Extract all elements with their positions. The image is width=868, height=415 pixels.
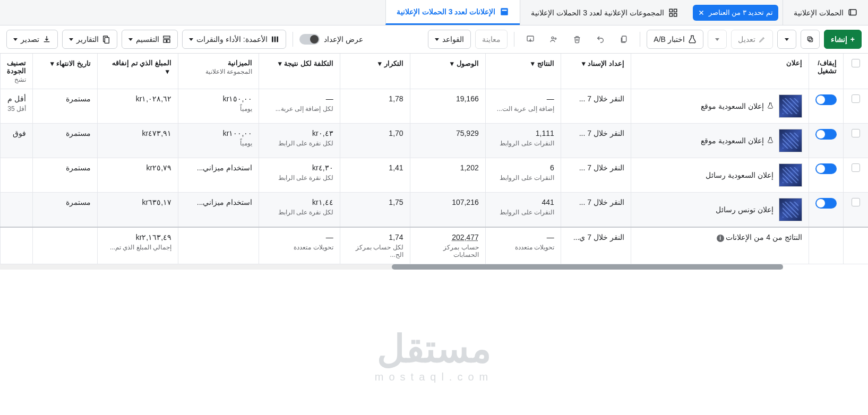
cell-results: 1,111النقرات على الروابط bbox=[485, 124, 561, 158]
view-setup-toggle[interactable] bbox=[299, 34, 320, 45]
table-row[interactable]: إعلان السعودية موقعالنقر خلال 7 ...—إضاف… bbox=[1, 89, 869, 124]
ad-cell: إعلان السعودية موقع bbox=[638, 94, 802, 118]
svg-rect-1 bbox=[669, 9, 672, 12]
footer-attribution: النقر خلال 7 ي... bbox=[561, 227, 631, 264]
create-menu-button[interactable] bbox=[777, 30, 796, 49]
select-all-checkbox[interactable] bbox=[852, 59, 860, 67]
header-label: النتائج bbox=[537, 59, 554, 67]
sort-icon[interactable]: ▾ bbox=[529, 59, 537, 67]
close-icon[interactable] bbox=[698, 10, 704, 16]
create-button[interactable]: + إنشاء bbox=[824, 30, 862, 49]
cell-frequency: 1,41 bbox=[340, 158, 410, 193]
sort-icon[interactable]: ▾ bbox=[163, 67, 171, 75]
status-toggle[interactable] bbox=[815, 129, 837, 140]
button-label: تصدير bbox=[21, 35, 39, 44]
svg-rect-13 bbox=[272, 37, 273, 42]
preview-button[interactable]: معاينة bbox=[475, 30, 508, 49]
header-spent[interactable]: المبلغ الذي تم إنفاقه▾ bbox=[97, 54, 178, 89]
ad-cell: إعلان تونس رسائل bbox=[638, 198, 802, 221]
footer-summary: النتائج من 4 من الإعلانات i bbox=[631, 227, 809, 264]
svg-rect-5 bbox=[501, 8, 509, 15]
sort-icon[interactable]: ▾ bbox=[48, 59, 56, 67]
header-end-date[interactable]: تاريخ الانتهاء▾ bbox=[32, 54, 97, 89]
header-quality[interactable]: تصنيف الجودةتشخ bbox=[1, 54, 33, 89]
table-row[interactable]: إعلان تونس رسائلالنقر خلال 7 ...441النقر… bbox=[1, 193, 869, 228]
sort-icon[interactable]: ▾ bbox=[276, 59, 284, 67]
table-row[interactable]: إعلان السعودية موقعالنقر خلال 7 ...1,111… bbox=[1, 124, 869, 158]
chevron-down-icon bbox=[189, 38, 193, 41]
sort-icon[interactable]: ▾ bbox=[376, 59, 384, 67]
header-results[interactable]: النتائج▾ bbox=[485, 54, 561, 89]
chevron-down-icon bbox=[69, 38, 73, 41]
columns-button[interactable]: الأعمدة: الأداء والنقرات bbox=[182, 30, 286, 49]
button-label: اختبار A/B bbox=[654, 35, 684, 44]
ad-thumbnail bbox=[779, 163, 802, 187]
ad-name[interactable]: إعلان تونس رسائل bbox=[716, 205, 774, 214]
table-row[interactable]: إعلان السعودية رسائلالنقر خلال 7 ...6الن… bbox=[1, 158, 869, 193]
audience-button[interactable] bbox=[544, 30, 563, 49]
edit-button[interactable]: تعديل bbox=[731, 30, 773, 49]
duplicate-button[interactable] bbox=[801, 30, 820, 49]
row-checkbox[interactable] bbox=[852, 129, 860, 137]
ads-icon bbox=[500, 7, 509, 16]
svg-rect-15 bbox=[277, 37, 278, 42]
header-cpr[interactable]: التكلفة لكل نتيجة▾ bbox=[259, 54, 340, 89]
cell-quality bbox=[1, 158, 33, 193]
copy-button[interactable] bbox=[614, 30, 633, 49]
chip-label: تم تحديد ٣ من العناصر bbox=[709, 8, 773, 16]
header-frequency[interactable]: التكرار▾ bbox=[340, 54, 410, 89]
ad-cell: إعلان السعودية موقع bbox=[638, 129, 802, 152]
export-button[interactable]: تصدير bbox=[6, 30, 58, 49]
horizontal-scrollbar[interactable] bbox=[0, 264, 783, 270]
ad-name[interactable]: إعلان السعودية موقع bbox=[701, 136, 774, 145]
header-reach[interactable]: الوصول▾ bbox=[410, 54, 485, 89]
tab-campaigns[interactable]: الحملات الإعلانية bbox=[783, 0, 868, 25]
ad-name[interactable]: إعلان السعودية موقع bbox=[701, 102, 774, 110]
footer-reach: 202,477حساب بمركز الحسابات bbox=[410, 227, 485, 264]
cell-results: —إضافة إلى عربة الت... bbox=[485, 89, 561, 124]
row-checkbox[interactable] bbox=[852, 94, 860, 103]
header-ad[interactable]: إعلان bbox=[631, 54, 809, 89]
cell-attribution: النقر خلال 7 ... bbox=[561, 124, 631, 158]
cell-results: 6النقرات على الروابط bbox=[485, 158, 561, 193]
ab-test-button[interactable]: اختبار A/B bbox=[647, 30, 703, 49]
edit-menu-button[interactable] bbox=[708, 30, 727, 49]
cell-end-date: مستمرة bbox=[32, 193, 97, 228]
svg-point-11 bbox=[555, 38, 556, 39]
tab-ads[interactable]: الإعلانات لعدد 3 الحملات الإعلانية bbox=[385, 0, 520, 25]
button-label: التقارير bbox=[76, 35, 99, 44]
reports-button[interactable]: التقارير bbox=[62, 30, 117, 49]
toolbar: + إنشاء تعديل اختبار A/B معاينة القواعد … bbox=[0, 25, 868, 54]
svg-point-10 bbox=[552, 37, 554, 39]
header-budget[interactable]: الميزانيةالمجموعة الاعلانية bbox=[178, 54, 259, 89]
info-icon[interactable]: i bbox=[717, 235, 724, 242]
row-checkbox[interactable] bbox=[852, 198, 860, 206]
selection-chip[interactable]: تم تحديد ٣ من العناصر bbox=[693, 5, 778, 21]
ads-table-wrap: إيقاف/تشغيل إعلان إعداد الإسناد▾ النتائج… bbox=[0, 54, 868, 264]
status-toggle[interactable] bbox=[815, 94, 837, 105]
breakdown-button[interactable]: التقسيم bbox=[122, 30, 178, 49]
sort-icon[interactable]: ▾ bbox=[579, 59, 588, 67]
undo-button[interactable] bbox=[591, 30, 610, 49]
status-toggle[interactable] bbox=[815, 163, 837, 174]
header-toggle: إيقاف/تشغيل bbox=[809, 54, 843, 89]
cell-frequency: 1,70 bbox=[340, 124, 410, 158]
delete-button[interactable] bbox=[568, 30, 587, 49]
tab-label: الإعلانات لعدد 3 الحملات الإعلانية bbox=[397, 7, 495, 16]
svg-rect-4 bbox=[674, 13, 676, 16]
ad-name-text: إعلان تونس رسائل bbox=[716, 205, 774, 214]
sort-icon[interactable]: ▾ bbox=[448, 59, 457, 67]
rules-button[interactable]: القواعد bbox=[428, 30, 471, 49]
status-toggle[interactable] bbox=[815, 198, 837, 209]
cell-spent: kr٦٣٥,١٧ bbox=[97, 193, 178, 228]
export-quick-button[interactable] bbox=[521, 30, 540, 49]
svg-rect-17 bbox=[164, 40, 166, 42]
cell-budget: kr١٠٠,٠٠يومياً bbox=[178, 124, 259, 158]
svg-rect-2 bbox=[674, 9, 676, 12]
header-attribution[interactable]: إعداد الإسناد▾ bbox=[561, 54, 631, 89]
footer-frequency: 1,74لكل حساب بمركز الح... bbox=[340, 227, 410, 264]
cell-results: 441النقرات على الروابط bbox=[485, 193, 561, 228]
row-checkbox[interactable] bbox=[852, 163, 860, 172]
tab-adsets[interactable]: المجموعات الإعلانية لعدد 3 الحملات الإعل… bbox=[520, 0, 688, 25]
ad-name[interactable]: إعلان السعودية رسائل bbox=[706, 171, 774, 179]
